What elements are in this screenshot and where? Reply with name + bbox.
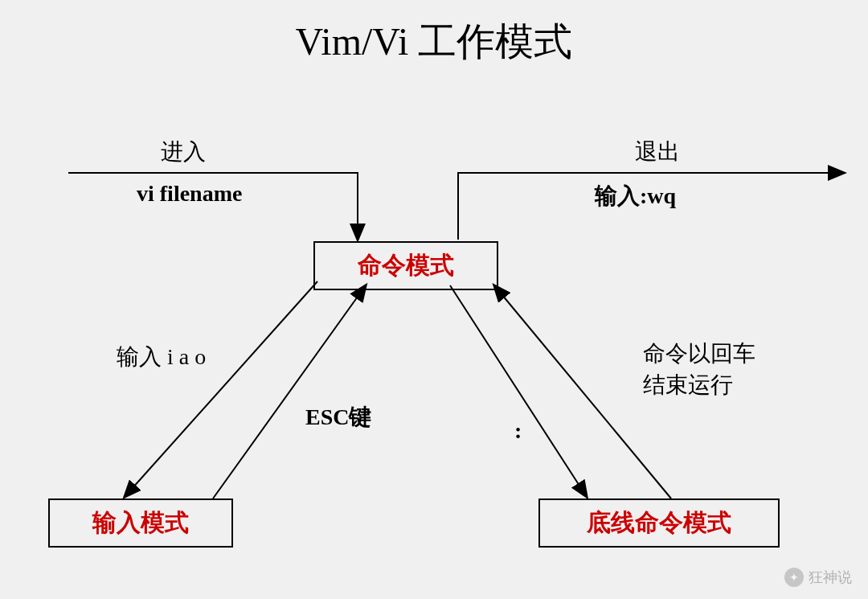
node-input-mode: 输入模式 — [48, 498, 233, 548]
label-vi-filename: vi filename — [137, 181, 242, 207]
arrow-to-input — [125, 281, 317, 497]
label-enter-end: 命令以回车 结束运行 — [643, 338, 755, 400]
arrow-colon — [450, 285, 587, 497]
label-enter-end-line1: 命令以回车 — [643, 341, 755, 366]
label-enter: 进入 — [161, 137, 206, 167]
watermark: ✦ 狂神说 — [784, 568, 852, 587]
arrow-esc — [213, 285, 366, 498]
label-enter-end-line2: 结束运行 — [643, 372, 733, 397]
label-iao: 输入 i a o — [117, 342, 206, 372]
node-bottom-line-mode: 底线命令模式 — [538, 498, 780, 548]
label-colon: : — [514, 418, 522, 444]
label-wq: 输入:wq — [595, 181, 676, 211]
diagram-title: Vim/Vi 工作模式 — [296, 16, 573, 68]
label-exit: 退出 — [635, 137, 680, 167]
wechat-icon: ✦ — [784, 568, 804, 587]
node-command-mode: 命令模式 — [313, 241, 498, 290]
label-esc-key: ESC键 — [305, 402, 371, 433]
watermark-text: 狂神说 — [809, 568, 852, 587]
